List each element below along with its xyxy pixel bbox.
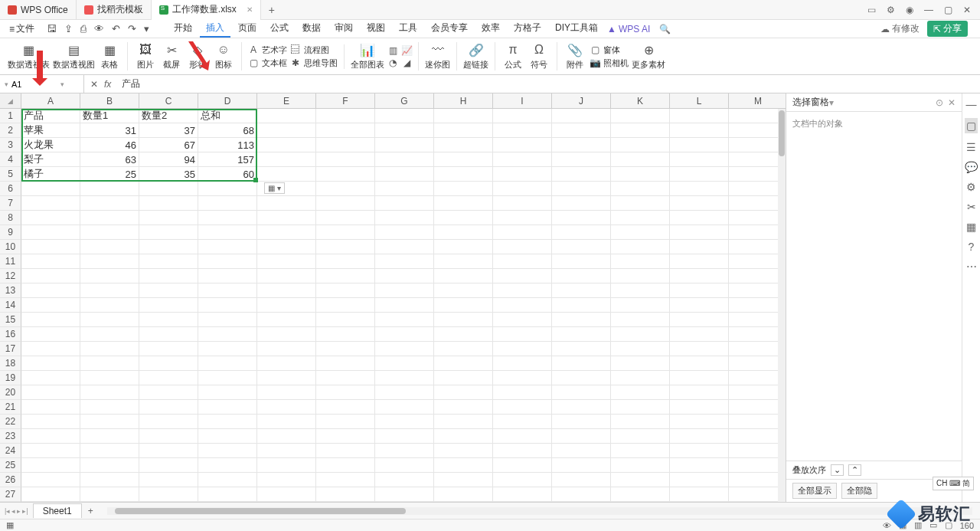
sheet-tab[interactable]: Sheet1 — [33, 503, 82, 518]
cell[interactable] — [198, 298, 257, 313]
sidebar-style-icon[interactable]: ☰ — [966, 141, 976, 153]
cell[interactable] — [611, 240, 670, 254]
cell[interactable] — [552, 473, 611, 487]
cell[interactable] — [257, 152, 316, 167]
cell[interactable] — [375, 400, 434, 415]
cell[interactable] — [611, 444, 670, 458]
cell[interactable] — [434, 429, 493, 444]
cell[interactable] — [434, 196, 493, 211]
cell[interactable] — [493, 167, 552, 182]
cell[interactable] — [375, 152, 434, 167]
row-header[interactable]: 18 — [0, 356, 21, 371]
cell[interactable] — [80, 240, 139, 254]
cell[interactable] — [139, 298, 198, 313]
close-panel-icon[interactable]: ✕ — [948, 97, 956, 108]
cell[interactable] — [316, 182, 375, 196]
cell[interactable] — [493, 123, 552, 138]
cell[interactable] — [552, 356, 611, 371]
hyperlink-button[interactable]: 🔗超链接 — [463, 42, 488, 70]
maximize-icon[interactable]: ▢ — [944, 5, 952, 15]
cell[interactable] — [375, 444, 434, 458]
cell[interactable] — [434, 138, 493, 152]
cell[interactable] — [611, 138, 670, 152]
cell[interactable] — [493, 327, 552, 342]
cell[interactable] — [139, 313, 198, 327]
cell[interactable] — [611, 429, 670, 444]
cell[interactable] — [729, 313, 786, 327]
cell[interactable] — [434, 342, 493, 356]
cell[interactable] — [670, 458, 729, 473]
cell[interactable] — [552, 254, 611, 269]
cell[interactable] — [198, 182, 257, 196]
cell[interactable] — [729, 284, 786, 298]
close-window-icon[interactable]: ✕ — [963, 5, 971, 15]
cell[interactable] — [80, 371, 139, 385]
cell[interactable] — [670, 487, 729, 502]
screenshot-button[interactable]: ✂截屏 — [160, 42, 183, 70]
cell[interactable] — [729, 371, 786, 385]
settings-icon[interactable]: ⚙ — [887, 5, 895, 15]
tab-start[interactable]: 开始 — [168, 20, 198, 38]
cell[interactable] — [139, 400, 198, 415]
cell[interactable] — [611, 356, 670, 371]
cell[interactable] — [80, 298, 139, 313]
cancel-icon[interactable]: ✕ — [90, 79, 98, 90]
cell[interactable] — [670, 356, 729, 371]
cell[interactable] — [434, 182, 493, 196]
cell[interactable] — [729, 298, 786, 313]
cell[interactable] — [434, 225, 493, 240]
cell[interactable] — [670, 284, 729, 298]
row-header[interactable]: 3 — [0, 138, 21, 152]
cell[interactable] — [80, 196, 139, 211]
sidebar-tools-icon[interactable]: ✂ — [967, 201, 976, 213]
cell[interactable] — [375, 313, 434, 327]
cell[interactable] — [316, 342, 375, 356]
layout-icon[interactable]: ▭ — [867, 5, 876, 15]
cell[interactable] — [139, 342, 198, 356]
column-header[interactable]: E — [257, 93, 316, 109]
cell[interactable] — [198, 284, 257, 298]
cell[interactable] — [21, 327, 80, 342]
tab-fangge[interactable]: 方格子 — [508, 20, 547, 38]
cell[interactable] — [316, 109, 375, 123]
tab-formula[interactable]: 公式 — [264, 20, 295, 38]
cell[interactable] — [139, 385, 198, 400]
cell[interactable] — [257, 196, 316, 211]
cell[interactable] — [434, 313, 493, 327]
cell[interactable] — [21, 415, 80, 429]
cell[interactable] — [670, 473, 729, 487]
cell[interactable] — [257, 327, 316, 342]
cell[interactable] — [552, 313, 611, 327]
cell[interactable]: 数量1 — [80, 109, 139, 123]
cell[interactable] — [316, 473, 375, 487]
row-header[interactable]: 21 — [0, 400, 21, 415]
cell[interactable] — [670, 225, 729, 240]
cell[interactable] — [434, 327, 493, 342]
cell[interactable] — [729, 458, 786, 473]
hscroll-thumb[interactable] — [115, 508, 406, 514]
cell[interactable] — [729, 196, 786, 211]
sidebar-settings-icon[interactable]: ⚙ — [966, 181, 976, 193]
cell[interactable] — [611, 182, 670, 196]
cell[interactable] — [80, 211, 139, 225]
cell[interactable] — [375, 138, 434, 152]
cell[interactable] — [80, 487, 139, 502]
cell[interactable] — [198, 254, 257, 269]
cell[interactable]: 68 — [198, 123, 257, 138]
picture-button[interactable]: 🖼图片 — [134, 42, 157, 70]
cell[interactable] — [729, 487, 786, 502]
cell[interactable] — [493, 284, 552, 298]
save-icon[interactable]: 🖫 — [47, 23, 57, 34]
column-header[interactable]: L — [670, 93, 729, 109]
cell[interactable] — [198, 313, 257, 327]
icons-button[interactable]: ☺图标 — [212, 42, 235, 70]
cell[interactable]: 113 — [198, 138, 257, 152]
chevron-down-icon[interactable]: ⌄ — [831, 464, 844, 476]
more-materials-button[interactable]: ⊕更多素材 — [632, 42, 665, 70]
cell[interactable] — [375, 284, 434, 298]
cell[interactable] — [257, 429, 316, 444]
attachment-button[interactable]: 📎附件 — [564, 42, 586, 70]
cell[interactable] — [611, 371, 670, 385]
cell[interactable] — [670, 196, 729, 211]
cell[interactable]: 总和 — [198, 109, 257, 123]
